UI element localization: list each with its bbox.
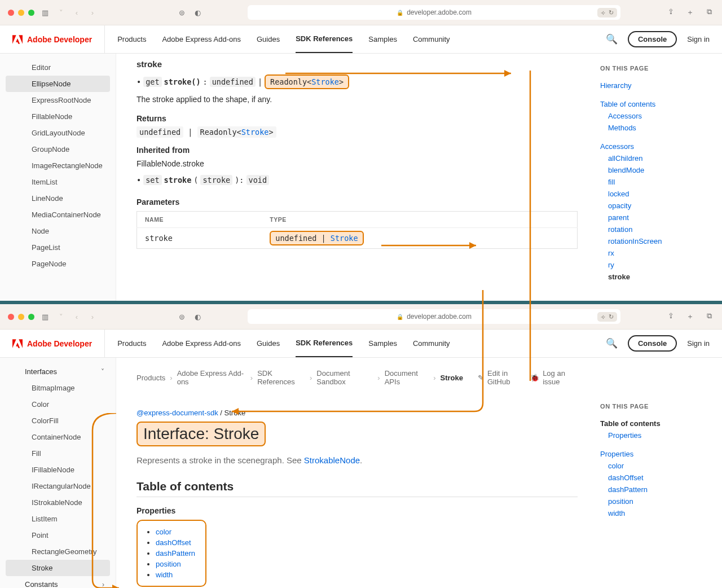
back-icon[interactable]: ‹ <box>72 8 82 17</box>
forward-icon[interactable]: › <box>87 313 98 321</box>
rrail-link[interactable]: Properties <box>600 448 716 460</box>
forward-icon[interactable]: › <box>87 8 98 17</box>
close-window-button[interactable] <box>8 314 14 320</box>
sidebar-item[interactable]: Node <box>0 223 116 239</box>
rrail-link[interactable]: dashPattern <box>600 484 716 495</box>
rrail-link[interactable]: allChildren <box>600 152 716 164</box>
fullscreen-window-button[interactable] <box>28 10 34 16</box>
sidebar-item[interactable]: ImageRectangleNode <box>0 157 116 174</box>
breadcrumb-item[interactable]: Document APIs <box>385 369 429 386</box>
sidebar-item-selected[interactable]: Stroke <box>6 560 110 576</box>
prop-link[interactable]: dashPattern <box>156 549 195 558</box>
sidebar-item[interactable]: Color <box>0 396 116 413</box>
sidebar-item[interactable]: MediaContainerNode <box>0 207 116 223</box>
tab-sdk-references[interactable]: SDK References <box>296 330 353 357</box>
sidebar-item[interactable]: IFillableNode <box>0 462 116 478</box>
tab-samples[interactable]: Samples <box>368 330 397 357</box>
tab-addons[interactable]: Adobe Express Add-ons <box>162 330 240 357</box>
sidebar-item[interactable]: FillableNode <box>0 108 116 125</box>
sidebar-item[interactable]: ColorFill <box>0 413 116 429</box>
rrail-link[interactable]: opacity <box>600 200 716 212</box>
sidebar-item-selected[interactable]: EllipseNode <box>6 76 110 92</box>
signin-link[interactable]: Sign in <box>687 35 710 43</box>
new-tab-icon[interactable]: ＋ <box>685 7 695 17</box>
console-button[interactable]: Console <box>628 31 677 47</box>
tab-products[interactable]: Products <box>117 25 146 53</box>
breadcrumb-item[interactable]: Document Sandbox <box>316 369 373 386</box>
breadcrumb-item[interactable]: SDK References <box>257 369 305 386</box>
shield-icon[interactable]: ⊚ <box>177 8 187 17</box>
sidebar-item[interactable]: PageNode <box>0 256 116 272</box>
reader-icon[interactable]: ◐ <box>192 313 202 321</box>
sidebar-item[interactable]: GridLayoutNode <box>0 125 116 141</box>
close-window-button[interactable] <box>8 10 14 16</box>
tabs-icon[interactable]: ⧉ <box>704 311 714 322</box>
search-icon[interactable]: 🔍 <box>606 337 618 349</box>
sidebar-item[interactable]: PageList <box>0 239 116 256</box>
prop-link[interactable]: dashOffset <box>156 538 191 547</box>
tab-guides[interactable]: Guides <box>257 330 280 357</box>
rrail-link[interactable]: Accessors <box>600 110 716 122</box>
tab-guides[interactable]: Guides <box>257 25 280 53</box>
sidebar-group-interfaces[interactable]: Interfaces˅ <box>0 363 116 380</box>
tabs-icon[interactable]: ⧉ <box>704 7 714 17</box>
minimize-window-button[interactable] <box>18 10 24 16</box>
sidebar-item[interactable]: GroupNode <box>0 141 116 157</box>
desc-link[interactable]: StrokableNode <box>304 455 360 465</box>
sidebar-item[interactable]: BitmapImage <box>0 380 116 396</box>
sidebar-item[interactable]: LineNode <box>0 190 116 207</box>
shield-icon[interactable]: ⊚ <box>177 313 187 321</box>
rrail-link[interactable]: fill <box>600 176 716 188</box>
address-bar[interactable]: 🔒 developer.adobe.com ⟢↻ <box>248 309 620 324</box>
search-icon[interactable]: 🔍 <box>606 33 618 45</box>
tab-samples[interactable]: Samples <box>368 25 397 53</box>
rrail-link[interactable]: rx <box>600 247 716 259</box>
tab-products[interactable]: Products <box>117 330 146 357</box>
sidebar-item[interactable]: ItemList <box>0 174 116 190</box>
sidebar-toggle-icon[interactable]: ▥ <box>40 8 50 17</box>
fullscreen-window-button[interactable] <box>28 314 34 320</box>
rrail-link[interactable]: rotation <box>600 223 716 235</box>
sidebar-item[interactable]: ExpressRootNode <box>0 92 116 108</box>
prop-link[interactable]: width <box>156 571 173 579</box>
sidebar-item[interactable]: ListItem <box>0 511 116 527</box>
rrail-link[interactable]: Hierarchy <box>600 80 716 91</box>
reader-icon[interactable]: ◐ <box>192 8 202 17</box>
tab-community[interactable]: Community <box>413 25 450 53</box>
addr-actions[interactable]: ⟢↻ <box>597 8 617 17</box>
sidebar-item[interactable]: IRectangularNode <box>0 478 116 494</box>
rrail-current[interactable]: Table of contents <box>600 418 716 429</box>
rrail-link[interactable]: color <box>600 460 716 472</box>
console-button[interactable]: Console <box>628 335 677 352</box>
prop-link[interactable]: position <box>156 560 181 568</box>
chevron-down-icon[interactable]: ˅ <box>56 8 66 17</box>
rrail-link[interactable]: width <box>600 507 716 519</box>
chevron-down-icon[interactable]: ˅ <box>56 313 66 321</box>
tab-sdk-references[interactable]: SDK References <box>296 25 353 53</box>
share-icon[interactable]: ⇪ <box>666 7 676 17</box>
sidebar-item[interactable]: IStrokableNode <box>0 494 116 511</box>
rrail-link[interactable]: blendMode <box>600 164 716 176</box>
rrail-link[interactable]: parent <box>600 212 716 223</box>
new-tab-icon[interactable]: ＋ <box>685 311 695 322</box>
rrail-link[interactable]: Table of contents <box>600 98 716 110</box>
rrail-link[interactable]: position <box>600 495 716 507</box>
share-icon[interactable]: ⇪ <box>666 311 676 322</box>
minimize-window-button[interactable] <box>18 314 24 320</box>
sidebar-item[interactable]: RectangleGeometry <box>0 543 116 560</box>
rrail-link[interactable]: locked <box>600 188 716 200</box>
module-link[interactable]: @express-document-sdk <box>137 409 218 417</box>
log-issue-link[interactable]: 🐞Log an issue <box>530 369 578 386</box>
rrail-link[interactable]: Properties <box>600 429 716 441</box>
signin-link[interactable]: Sign in <box>687 339 710 348</box>
back-icon[interactable]: ‹ <box>72 313 82 321</box>
rrail-link[interactable]: dashOffset <box>600 472 716 484</box>
rrail-link[interactable]: rotationInScreen <box>600 235 716 247</box>
addr-actions[interactable]: ⟢↻ <box>597 312 617 322</box>
brand[interactable]: Adobe Developer <box>12 25 105 53</box>
address-bar[interactable]: 🔒 developer.adobe.com ⟢↻ <box>248 5 620 20</box>
sidebar-item[interactable]: Editor <box>0 59 116 76</box>
edit-github-link[interactable]: ✎Edit in GitHub <box>478 369 526 386</box>
sidebar-item[interactable]: ContainerNode <box>0 429 116 445</box>
sidebar-toggle-icon[interactable]: ▥ <box>40 313 50 321</box>
